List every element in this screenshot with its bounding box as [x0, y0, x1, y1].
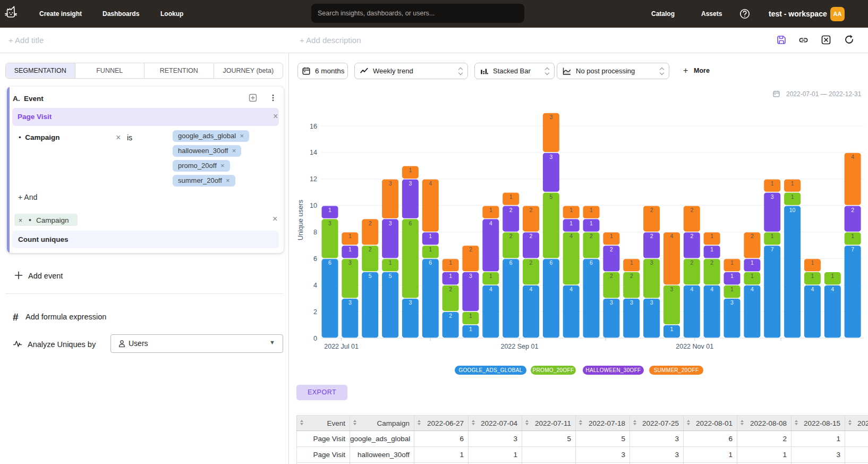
svg-text:4: 4	[569, 286, 573, 292]
svg-text:4: 4	[670, 233, 674, 239]
svg-text:1: 1	[489, 207, 492, 213]
svg-text:1: 1	[610, 233, 613, 239]
svg-text:3: 3	[650, 299, 653, 306]
svg-text:6: 6	[590, 259, 593, 266]
svg-text:2: 2	[369, 220, 372, 226]
svg-text:5: 5	[549, 193, 552, 200]
svg-text:2: 2	[690, 207, 693, 213]
svg-text:2: 2	[449, 313, 452, 319]
svg-text:2: 2	[851, 207, 854, 213]
svg-text:2: 2	[590, 233, 593, 239]
svg-text:3: 3	[630, 299, 633, 306]
svg-text:2022 Jul 01: 2022 Jul 01	[324, 343, 359, 350]
svg-text:1: 1	[389, 259, 392, 266]
svg-text:4: 4	[489, 286, 492, 292]
svg-text:1: 1	[429, 246, 432, 252]
svg-text:3: 3	[670, 286, 674, 292]
svg-text:2: 2	[690, 259, 693, 266]
svg-text:3: 3	[348, 259, 352, 266]
svg-text:2: 2	[610, 246, 613, 252]
svg-text:5: 5	[369, 273, 372, 279]
svg-text:1: 1	[328, 207, 331, 213]
svg-text:8: 8	[313, 229, 317, 236]
svg-text:2: 2	[369, 246, 372, 252]
svg-text:1: 1	[730, 286, 734, 292]
svg-text:4: 4	[530, 286, 533, 292]
svg-text:4: 4	[751, 286, 754, 292]
svg-text:4: 4	[429, 180, 432, 187]
svg-text:3: 3	[389, 180, 392, 187]
svg-text:3: 3	[730, 299, 734, 306]
svg-text:1: 1	[730, 273, 734, 279]
svg-text:4: 4	[313, 282, 317, 289]
svg-text:Unique users: Unique users	[296, 199, 304, 240]
svg-text:14: 14	[310, 149, 317, 156]
svg-text:1: 1	[811, 259, 814, 266]
svg-text:10: 10	[789, 207, 796, 213]
svg-text:4: 4	[710, 286, 713, 292]
svg-text:1: 1	[590, 220, 593, 226]
svg-text:1: 1	[831, 273, 834, 279]
svg-text:1: 1	[771, 233, 774, 239]
svg-text:4: 4	[690, 286, 693, 292]
svg-text:3: 3	[389, 220, 392, 226]
svg-text:2: 2	[690, 233, 693, 239]
svg-text:6: 6	[328, 259, 331, 266]
svg-text:12: 12	[310, 175, 317, 183]
svg-text:2: 2	[509, 207, 513, 213]
svg-text:10: 10	[310, 202, 317, 209]
svg-text:4: 4	[831, 286, 834, 292]
svg-text:1: 1	[791, 180, 794, 187]
svg-text:3: 3	[650, 259, 653, 266]
svg-text:3: 3	[328, 220, 331, 226]
svg-text:2: 2	[650, 207, 653, 213]
svg-text:2: 2	[530, 233, 533, 239]
svg-text:6: 6	[509, 259, 513, 266]
svg-text:1: 1	[771, 180, 774, 187]
svg-text:7: 7	[851, 246, 854, 252]
svg-text:1: 1	[710, 233, 713, 239]
svg-text:1: 1	[730, 259, 734, 266]
svg-text:1: 1	[489, 273, 492, 279]
svg-text:1: 1	[449, 273, 452, 279]
svg-text:0: 0	[313, 335, 317, 342]
svg-text:2022 Sep 01: 2022 Sep 01	[500, 343, 538, 350]
svg-text:2: 2	[530, 259, 533, 266]
svg-text:6: 6	[429, 259, 432, 266]
svg-text:1: 1	[348, 246, 352, 252]
svg-text:6: 6	[549, 259, 552, 266]
svg-text:2: 2	[530, 207, 533, 213]
svg-text:16: 16	[310, 123, 317, 130]
svg-text:3: 3	[549, 154, 552, 160]
svg-text:1: 1	[811, 273, 814, 279]
svg-text:1: 1	[710, 246, 713, 252]
svg-text:1: 1	[569, 220, 573, 226]
svg-text:3: 3	[771, 193, 774, 200]
svg-text:2: 2	[313, 308, 317, 316]
svg-text:1: 1	[469, 313, 472, 319]
svg-text:1: 1	[590, 207, 593, 213]
svg-text:1: 1	[509, 193, 513, 200]
svg-text:2: 2	[610, 273, 613, 279]
svg-text:3: 3	[469, 273, 472, 279]
svg-text:1: 1	[409, 167, 412, 173]
svg-text:3: 3	[409, 180, 412, 187]
svg-text:4: 4	[489, 220, 492, 226]
svg-text:6: 6	[313, 255, 317, 263]
svg-text:4: 4	[569, 233, 573, 239]
svg-text:1: 1	[348, 233, 352, 239]
svg-text:6: 6	[409, 220, 412, 226]
svg-text:2: 2	[710, 259, 713, 266]
svg-text:1: 1	[469, 326, 472, 332]
svg-text:1: 1	[569, 207, 573, 213]
svg-text:2: 2	[469, 246, 472, 252]
svg-text:2: 2	[449, 286, 452, 292]
svg-text:7: 7	[771, 246, 774, 252]
svg-text:2: 2	[650, 233, 653, 239]
svg-text:1: 1	[751, 273, 754, 279]
svg-text:1: 1	[429, 233, 432, 239]
svg-text:1: 1	[449, 259, 452, 266]
svg-text:1: 1	[851, 233, 854, 239]
svg-text:3: 3	[610, 299, 613, 306]
svg-text:2: 2	[630, 273, 633, 279]
